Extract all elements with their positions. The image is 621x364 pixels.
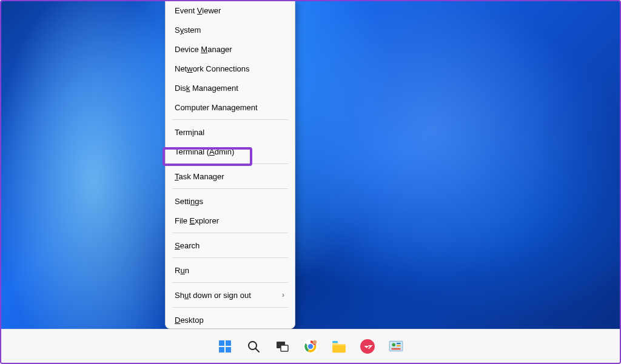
svg-rect-16 [397, 343, 401, 344]
powermenu-item[interactable]: Disk Management [166, 78, 294, 98]
search-button[interactable] [241, 334, 266, 359]
menu-separator [172, 257, 288, 258]
control-panel-button[interactable] [384, 334, 409, 359]
powermenu-item[interactable]: File Explorer [166, 211, 294, 230]
mail-icon [360, 339, 375, 354]
svg-point-11 [313, 340, 317, 344]
powermenu-item[interactable]: Terminal (Admin) [166, 142, 294, 161]
start-button[interactable] [213, 334, 238, 359]
svg-rect-2 [219, 347, 224, 352]
svg-rect-3 [226, 347, 231, 352]
svg-rect-1 [226, 340, 231, 346]
taskview-button[interactable] [270, 334, 295, 359]
powermenu-item[interactable]: Search [166, 236, 294, 255]
menu-separator [172, 307, 288, 308]
powermenu-item[interactable]: Run [166, 260, 294, 280]
powermenu-item-label: Task Manager [175, 172, 224, 181]
menu-separator [172, 164, 288, 164]
mail-button[interactable] [355, 334, 380, 359]
menu-separator [172, 119, 288, 120]
start-icon [218, 339, 232, 354]
powermenu-item-label: Terminal (Admin) [175, 147, 234, 156]
powermenu-item-label: File Explorer [175, 216, 219, 225]
taskbar [1, 329, 620, 363]
powermenu-item[interactable]: Task Manager [166, 167, 294, 186]
powermenu-item-label: Run [175, 266, 189, 275]
powermenu-item-label: Settings [175, 197, 203, 206]
winx-power-menu: Event ViewerSystemDevice ManagerNetwork … [165, 0, 295, 329]
powermenu-item-label: Device Manager [175, 45, 232, 54]
svg-point-15 [392, 343, 395, 346]
powermenu-item[interactable]: Event Viewer [166, 1, 294, 20]
taskview-icon [275, 339, 289, 354]
svg-rect-18 [391, 348, 400, 349]
powermenu-item[interactable]: Device Manager [166, 39, 294, 59]
powermenu-item-label: Disk Management [175, 84, 238, 93]
menu-separator [172, 282, 288, 283]
powermenu-item-label: Event Viewer [175, 6, 221, 15]
powermenu-item-label: Computer Management [175, 103, 258, 112]
powermenu-item-label: Shut down or sign out [175, 291, 251, 300]
powermenu-item-label: Search [175, 241, 200, 250]
menu-separator [172, 188, 288, 189]
powermenu-item[interactable]: Desktop [166, 310, 294, 329]
menu-separator [172, 233, 288, 233]
powermenu-item[interactable]: Network Connections [166, 59, 294, 78]
chrome-icon [303, 339, 318, 354]
svg-rect-12 [332, 341, 338, 343]
powermenu-item[interactable]: Settings [166, 191, 294, 211]
desktop-wallpaper [1, 1, 620, 363]
chevron-right-icon: › [282, 291, 286, 299]
chrome-button[interactable] [298, 334, 323, 359]
svg-rect-7 [281, 345, 288, 351]
svg-rect-17 [397, 345, 401, 346]
file-explorer-button[interactable] [327, 334, 352, 359]
powermenu-item-label: Terminal [175, 128, 204, 137]
search-icon [246, 339, 261, 354]
controlpanel-icon [388, 339, 404, 354]
powermenu-item[interactable]: System [166, 20, 294, 39]
powermenu-item[interactable]: Computer Management [166, 98, 294, 117]
powermenu-item-label: System [175, 25, 201, 35]
svg-rect-0 [219, 340, 224, 346]
explorer-icon [331, 339, 347, 354]
taskbar-icons [213, 334, 409, 359]
svg-line-5 [256, 348, 260, 352]
powermenu-item[interactable]: Terminal [166, 122, 294, 142]
powermenu-item[interactable]: Shut down or sign out› [166, 285, 294, 305]
powermenu-item-label: Network Connections [175, 64, 250, 73]
powermenu-item-label: Desktop [175, 316, 204, 325]
